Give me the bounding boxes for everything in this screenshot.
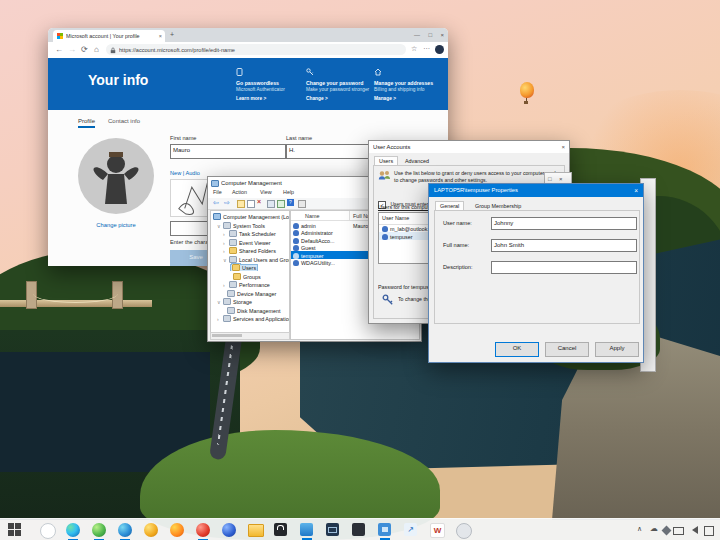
taskbar-edge-canary-icon[interactable] bbox=[144, 523, 158, 537]
taskbar-file-explorer-icon[interactable] bbox=[248, 524, 264, 537]
tray-onedrive-cloud-icon[interactable]: ☁ bbox=[650, 524, 658, 533]
taskbar-photos-icon[interactable] bbox=[300, 523, 313, 536]
taskbar-store-icon[interactable] bbox=[274, 523, 287, 536]
browser-tab[interactable]: Microsoft account | Your profile × bbox=[53, 30, 165, 42]
tree-item-users[interactable]: Users bbox=[211, 263, 289, 272]
bg-window-maximize-icon[interactable]: □ bbox=[548, 175, 552, 183]
tree-item-system-tools[interactable]: ∨System Tools bbox=[211, 220, 289, 229]
home-icon[interactable]: ⌂ bbox=[94, 45, 99, 54]
start-button[interactable] bbox=[8, 523, 21, 536]
taskbar-edge-beta-icon[interactable] bbox=[118, 523, 132, 537]
taskbar-mail-icon[interactable] bbox=[326, 523, 339, 536]
toolbar-export-icon[interactable] bbox=[277, 200, 285, 208]
tree-item-root[interactable]: Computer Management (Local bbox=[211, 211, 289, 220]
props-close-icon[interactable]: × bbox=[634, 187, 638, 194]
tab-close-icon[interactable]: × bbox=[159, 33, 162, 39]
taskbar-pictures-icon[interactable] bbox=[378, 523, 391, 536]
tree-item-disk-management[interactable]: Disk Management bbox=[211, 305, 289, 314]
taskbar-firefox-icon[interactable] bbox=[170, 523, 184, 537]
forward-icon[interactable]: → bbox=[68, 45, 76, 54]
menu-help[interactable]: Help bbox=[283, 189, 294, 195]
browser-tab-title: Microsoft account | Your profile bbox=[66, 33, 152, 39]
user-name-input[interactable]: Johnny bbox=[491, 217, 637, 230]
cancel-button[interactable]: Cancel bbox=[545, 342, 589, 357]
tree-item-storage[interactable]: ∨Storage bbox=[211, 297, 289, 306]
taskbar-magnifier-icon[interactable] bbox=[456, 523, 472, 539]
window-close-icon[interactable]: × bbox=[440, 31, 444, 39]
toolbar-help-icon[interactable]: ? bbox=[287, 199, 294, 206]
tray-display-icon[interactable] bbox=[673, 527, 684, 535]
address-bar[interactable]: https://account.microsoft.com/profile/ed… bbox=[106, 44, 406, 55]
taskbar-opera-icon[interactable] bbox=[196, 523, 210, 537]
captcha-links[interactable]: New | Audio bbox=[170, 170, 200, 176]
taskbar-search-icon[interactable] bbox=[40, 523, 56, 539]
menu-view[interactable]: View bbox=[260, 189, 272, 195]
promo-link[interactable]: Change > bbox=[306, 96, 372, 101]
toolbar-back-icon[interactable]: ⇦ bbox=[213, 199, 219, 207]
ua-list-label: Users for this computer: bbox=[378, 204, 435, 210]
bg-window-close-icon[interactable]: × bbox=[559, 175, 563, 183]
promo-subtitle: Microsoft Authenticator bbox=[236, 87, 300, 92]
ua-tab-users[interactable]: Users bbox=[374, 156, 398, 165]
phone-icon bbox=[236, 68, 243, 76]
toolbar-grid-icon[interactable] bbox=[298, 200, 306, 208]
toolbar-folder-icon[interactable] bbox=[237, 200, 245, 208]
tree-item-event-viewer[interactable]: ›Event Viewer bbox=[211, 237, 289, 246]
tray-chevron-up-icon[interactable]: ∧ bbox=[637, 525, 642, 533]
tree-item-performance[interactable]: ›Performance bbox=[211, 280, 289, 289]
menu-dots-icon[interactable]: ⋯ bbox=[423, 45, 430, 53]
ok-button[interactable]: OK bbox=[495, 342, 539, 357]
tree-item-services[interactable]: ›Services and Applications bbox=[211, 314, 289, 323]
first-name-label: First name bbox=[170, 135, 196, 141]
props-tab-group-membership[interactable]: Group Membership bbox=[471, 202, 525, 210]
ua-close-icon[interactable]: × bbox=[561, 143, 565, 151]
tree-item-groups[interactable]: Groups bbox=[211, 271, 289, 280]
menu-action[interactable]: Action bbox=[232, 189, 247, 195]
column-name[interactable]: Name bbox=[305, 213, 319, 219]
new-tab-icon[interactable]: + bbox=[170, 31, 174, 38]
description-input[interactable] bbox=[491, 261, 637, 274]
tree-item-task-scheduler[interactable]: ›Task Scheduler bbox=[211, 229, 289, 238]
promo-link[interactable]: Manage > bbox=[374, 96, 442, 101]
taskbar-share-icon[interactable]: ↗ bbox=[404, 523, 417, 536]
ua-tab-advanced[interactable]: Advanced bbox=[401, 157, 433, 165]
tray-volume-icon[interactable] bbox=[692, 526, 698, 534]
promo-link[interactable]: Learn more > bbox=[236, 96, 300, 101]
props-tab-general[interactable]: General bbox=[435, 201, 464, 210]
lock-icon bbox=[110, 47, 116, 54]
refresh-icon[interactable]: ⟳ bbox=[81, 45, 88, 54]
cm-title: Computer Management bbox=[221, 180, 371, 186]
full-name-input[interactable]: John Smith bbox=[491, 239, 637, 252]
taskbar-word-w-icon[interactable]: W bbox=[430, 523, 445, 538]
taskbar: ↗ W ∧ ☁ bbox=[0, 518, 720, 540]
cm-horizontal-scrollbar[interactable] bbox=[210, 332, 290, 340]
tree-item-local-users-groups[interactable]: ∨Local Users and Groups bbox=[211, 254, 289, 263]
window-maximize-icon[interactable]: □ bbox=[428, 31, 432, 39]
window-minimize-icon[interactable]: — bbox=[414, 31, 420, 39]
tray-action-center-icon[interactable] bbox=[704, 526, 714, 536]
tab-contact-info[interactable]: Contact info bbox=[108, 118, 140, 124]
toolbar-delete-icon[interactable]: × bbox=[257, 198, 261, 205]
menu-file[interactable]: File bbox=[213, 189, 222, 195]
profile-avatar[interactable] bbox=[435, 45, 444, 54]
tools-icon bbox=[223, 222, 231, 229]
tree-item-device-manager[interactable]: Device Manager bbox=[211, 288, 289, 297]
toolbar-forward-icon[interactable]: ⇨ bbox=[224, 199, 230, 207]
tree-item-shared-folders[interactable]: ›Shared Folders bbox=[211, 246, 289, 255]
taskbar-app-dark-icon[interactable] bbox=[352, 523, 365, 536]
props-titlebar[interactable]: LAPTOP5R\tempuser Properties × bbox=[429, 184, 643, 197]
tray-shield-icon[interactable] bbox=[662, 526, 672, 536]
taskbar-edge-icon[interactable] bbox=[66, 523, 80, 537]
back-icon[interactable]: ← bbox=[55, 45, 63, 54]
tab-profile[interactable]: Profile bbox=[78, 118, 95, 128]
toolbar-list-icon[interactable] bbox=[267, 200, 275, 208]
taskbar-app-blue-icon[interactable] bbox=[222, 523, 236, 537]
ua-titlebar[interactable]: User Accounts × bbox=[369, 141, 569, 153]
taskbar-edge-dev-icon[interactable] bbox=[92, 523, 106, 537]
apply-button[interactable]: Apply bbox=[595, 342, 639, 357]
first-name-input[interactable]: Mauro bbox=[170, 144, 286, 159]
ua-title: User Accounts bbox=[373, 144, 493, 150]
change-picture-link[interactable]: Change picture bbox=[78, 222, 154, 228]
toolbar-doc-icon[interactable] bbox=[247, 200, 255, 208]
favorites-star-icon[interactable]: ☆ bbox=[411, 45, 417, 53]
